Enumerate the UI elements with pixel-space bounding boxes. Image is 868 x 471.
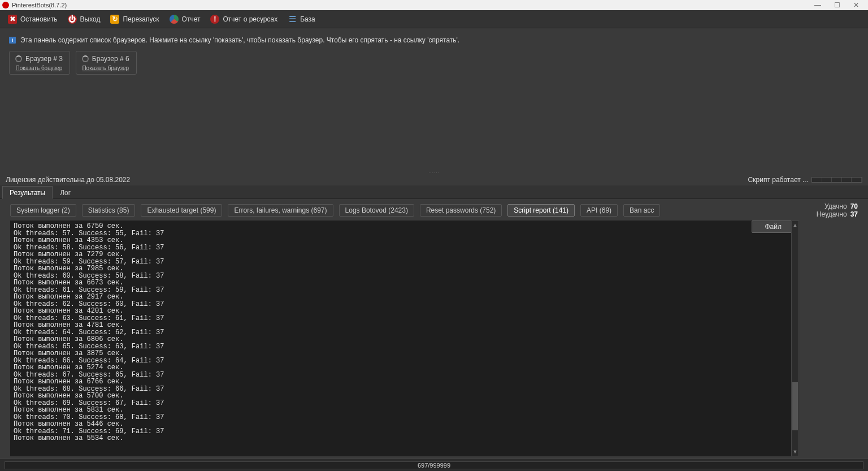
sub-tab[interactable]: Errors, failures, warnings (697)	[228, 204, 333, 217]
scroll-up-icon[interactable]: ▲	[792, 221, 798, 229]
global-progress-bar: 697/999999	[5, 461, 863, 469]
report-button[interactable]: Отчет	[165, 13, 205, 25]
info-row: i Эта панель содержит список браузеров. …	[9, 34, 859, 51]
results-area: System logger (2)Statistics (85)Exhauste…	[0, 199, 868, 459]
power-icon: ⏻	[68, 15, 77, 24]
script-status: Скрипт работает ...	[748, 176, 808, 184]
loading-spinner-icon	[15, 55, 22, 62]
restart-button[interactable]: ↻ Перезапуск	[106, 13, 163, 25]
window-title: PinterestBots(8.7.2)	[12, 2, 67, 8]
window-close-button[interactable]: ✕	[847, 1, 866, 9]
browser-card: Браузер # 6Показать браузер	[76, 51, 137, 75]
main-toolbar: ✖ Остановить ⏻ Выход ↻ Перезапуск Отчет …	[0, 10, 868, 28]
exit-button[interactable]: ⏻ Выход	[63, 13, 105, 25]
resource-report-label: Отчет о ресурсах	[223, 15, 277, 23]
fail-label: Неудачно	[817, 210, 847, 218]
show-browser-link[interactable]: Показать браузер	[82, 65, 129, 71]
status-row: Лицензия действительна до 05.08.2022 Скр…	[0, 174, 868, 185]
resource-icon: !	[210, 15, 219, 24]
exit-label: Выход	[80, 15, 101, 23]
report-label: Отчет	[182, 15, 201, 23]
database-button[interactable]: ☰ База	[283, 13, 320, 25]
window-titlebar: PinterestBots(8.7.2) — ☐ ✕	[0, 0, 868, 10]
footer: 697/999999	[0, 459, 868, 471]
resource-report-button[interactable]: ! Отчет о ресурсах	[206, 13, 282, 25]
scroll-down-icon[interactable]: ▼	[792, 448, 798, 456]
run-stats: Удачно70 Неудачно37	[811, 202, 862, 218]
sub-tab[interactable]: Logs Botovod (2423)	[339, 204, 414, 217]
database-label: База	[300, 15, 315, 23]
browser-title: Браузер # 6	[92, 55, 129, 63]
license-status: Лицензия действительна до 05.08.2022	[6, 176, 130, 184]
tab-results-label: Результаты	[10, 189, 45, 197]
sub-tab[interactable]: Script report (141)	[507, 204, 575, 217]
sub-tab[interactable]: System logger (2)	[10, 204, 76, 217]
browser-title: Браузер # 3	[25, 55, 63, 63]
browser-card: Браузер # 3Показать браузер	[9, 51, 70, 75]
restart-icon: ↻	[110, 15, 119, 24]
tab-log[interactable]: Лог	[53, 186, 78, 199]
sub-tab[interactable]: Statistics (85)	[82, 204, 136, 217]
show-browser-link[interactable]: Показать браузер	[16, 65, 63, 71]
main-tab-bar: Результаты Лог	[0, 185, 868, 199]
browser-panel: i Эта панель содержит список браузеров. …	[0, 28, 868, 171]
restart-label: Перезапуск	[123, 15, 159, 23]
sub-tab-bar: System logger (2)Statistics (85)Exhauste…	[0, 199, 868, 221]
success-value: 70	[850, 202, 858, 210]
fail-value: 37	[850, 210, 858, 218]
script-progress-indicator	[811, 177, 862, 183]
scroll-thumb[interactable]	[792, 382, 798, 430]
global-progress-text: 697/999999	[418, 462, 450, 469]
loading-spinner-icon	[82, 55, 89, 62]
success-label: Удачно	[824, 202, 847, 210]
sub-tab[interactable]: Exhausted target (599)	[141, 204, 222, 217]
sub-tab[interactable]: API (69)	[580, 204, 618, 217]
stop-icon: ✖	[8, 15, 17, 24]
info-icon: i	[9, 37, 16, 44]
window-maximize-button[interactable]: ☐	[827, 1, 847, 9]
log-scrollbar[interactable]: ▲ ▼	[791, 221, 799, 456]
sub-tab[interactable]: Reset passwords (752)	[420, 204, 502, 217]
stop-button[interactable]: ✖ Остановить	[3, 13, 62, 25]
window-minimize-button[interactable]: —	[808, 1, 827, 9]
app-icon	[2, 2, 9, 8]
stop-label: Остановить	[20, 15, 58, 23]
tab-log-label: Лог	[60, 189, 71, 197]
database-icon: ☰	[288, 15, 297, 24]
piechart-icon	[170, 15, 179, 24]
sub-tab[interactable]: Ban acc	[623, 204, 660, 217]
file-button[interactable]: Файл	[752, 221, 795, 233]
tab-results[interactable]: Результаты	[2, 186, 53, 199]
info-text: Эта панель содержит список браузеров. На…	[20, 36, 459, 44]
log-output[interactable]: Поток выполнен за 6750 сек. Ok threads: …	[10, 221, 795, 456]
